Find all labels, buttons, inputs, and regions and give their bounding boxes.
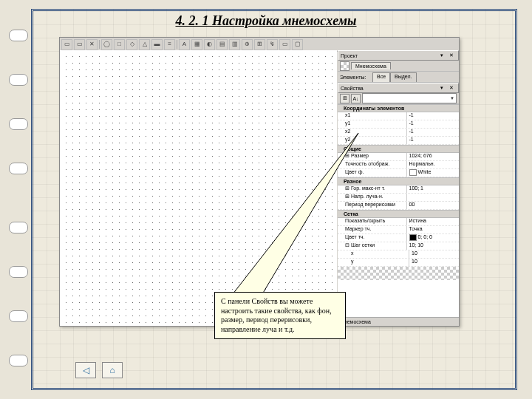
callout-box: С панели Свойств вы можете настроить так… [214, 292, 346, 339]
page-title: 4. 2. 1 Настройка мнемосхемы [0, 13, 532, 29]
svg-marker-0 [233, 133, 358, 294]
callout-leader [59, 37, 458, 332]
arrow-left-icon: ◁ [83, 365, 89, 375]
prev-button[interactable]: ◁ [75, 362, 96, 378]
home-button[interactable]: ⌂ [102, 362, 123, 378]
home-icon: ⌂ [109, 365, 115, 375]
